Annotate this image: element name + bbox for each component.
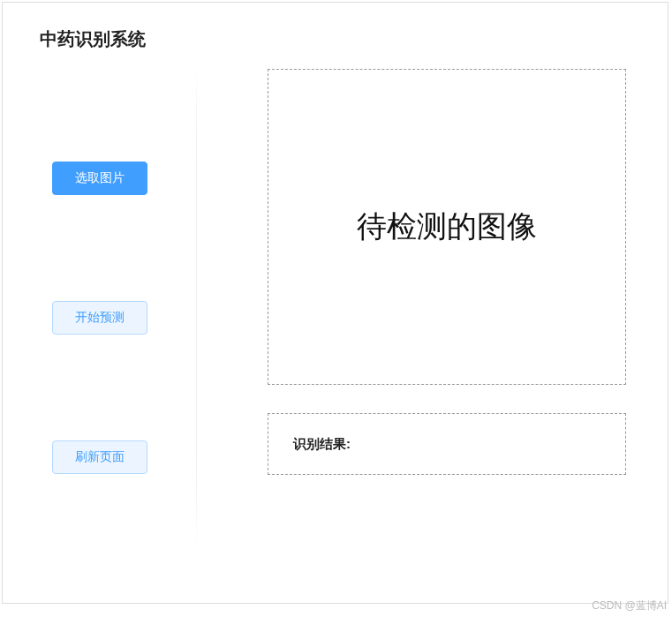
start-predict-button[interactable]: 开始预测: [52, 301, 147, 335]
select-image-button[interactable]: 选取图片: [52, 162, 147, 195]
sidebar: 选取图片 开始预测 刷新页面: [3, 51, 197, 590]
watermark: CSDN @蓝博AI: [592, 598, 667, 613]
main-content: 待检测的图像 识别结果:: [197, 51, 668, 590]
image-preview-box: 待检测的图像: [268, 69, 626, 385]
result-box: 识别结果:: [268, 413, 626, 475]
refresh-page-button[interactable]: 刷新页面: [52, 440, 147, 474]
layout: 选取图片 开始预测 刷新页面 待检测的图像 识别结果:: [3, 51, 668, 590]
app-container: 中药识别系统 选取图片 开始预测 刷新页面 待检测的图像 识别结果:: [2, 2, 668, 604]
result-label: 识别结果:: [293, 436, 351, 453]
page-title: 中药识别系统: [3, 3, 668, 51]
image-placeholder-text: 待检测的图像: [357, 207, 537, 247]
